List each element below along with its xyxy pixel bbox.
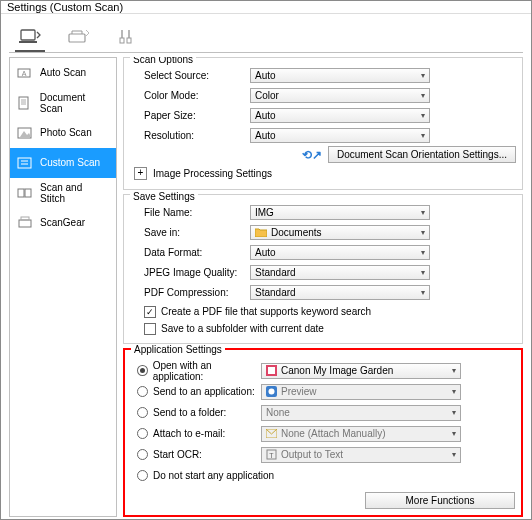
pdfcomp-label: PDF Compression:	[130, 287, 250, 298]
dataformat-label: Data Format:	[130, 247, 250, 258]
sidebar-item-scangear[interactable]: ScanGear	[10, 208, 116, 238]
radio-do-not-start[interactable]	[137, 470, 148, 481]
svg-rect-16	[18, 189, 24, 197]
jpeg-label: JPEG Image Quality:	[130, 267, 250, 278]
svg-rect-2	[69, 34, 85, 42]
send-app-combo[interactable]: Preview▾	[261, 384, 461, 400]
chevron-down-icon: ▾	[421, 71, 425, 80]
radio-send-app[interactable]	[137, 386, 148, 397]
tab-scan-from-panel[interactable]	[63, 24, 93, 52]
sidebar-item-label: Custom Scan	[40, 157, 100, 168]
sidebar-item-label: Scan and Stitch	[40, 182, 110, 204]
attach-email-combo[interactable]: None (Attach Manually)▾	[261, 426, 461, 442]
plus-icon: +	[134, 167, 147, 180]
ocr-icon: T	[266, 449, 277, 460]
color-mode-combo[interactable]: Color▾	[250, 88, 430, 103]
checkbox-label: Save to a subfolder with current date	[161, 323, 324, 334]
svg-rect-19	[21, 217, 29, 220]
radio-label: Send to an application:	[153, 386, 255, 397]
svg-rect-21	[268, 367, 275, 374]
sidebar-item-label: Auto Scan	[40, 67, 86, 78]
group-title: Scan Options	[130, 57, 196, 65]
sidebar-item-scan-stitch[interactable]: Scan and Stitch	[10, 178, 116, 208]
checkbox-subfolder-date[interactable]	[144, 323, 156, 335]
sidebar-item-document-scan[interactable]: Document Scan	[10, 88, 116, 118]
pdfcomp-combo[interactable]: Standard▾	[250, 285, 430, 300]
jpeg-combo[interactable]: Standard▾	[250, 265, 430, 280]
radio-start-ocr[interactable]	[137, 449, 148, 460]
custom-scan-icon	[16, 155, 34, 171]
mail-icon	[266, 429, 277, 438]
svg-rect-4	[127, 38, 131, 43]
svg-rect-7	[19, 97, 28, 109]
checkbox-label: Create a PDF file that supports keyword …	[161, 306, 371, 317]
radio-send-folder[interactable]	[137, 407, 148, 418]
more-functions-button[interactable]: More Functions	[365, 492, 515, 509]
tab-general-settings[interactable]	[111, 24, 141, 52]
sidebar-item-auto-scan[interactable]: A Auto Scan	[10, 58, 116, 88]
stitch-icon	[16, 185, 34, 201]
svg-rect-13	[18, 158, 31, 168]
sidebar-item-photo-scan[interactable]: Photo Scan	[10, 118, 116, 148]
svg-rect-0	[21, 30, 35, 40]
chevron-down-icon: ▾	[452, 408, 456, 417]
folder-icon	[255, 226, 267, 238]
savein-label: Save in:	[130, 227, 250, 238]
app-icon	[266, 365, 277, 376]
start-ocr-combo[interactable]: TOutput to Text▾	[261, 447, 461, 463]
open-app-combo[interactable]: Canon My Image Garden▾	[261, 363, 461, 379]
refresh-icon[interactable]: ⟲↗	[302, 148, 322, 162]
dataformat-combo[interactable]: Auto▾	[250, 245, 430, 260]
svg-point-23	[269, 389, 275, 395]
group-title: Application Settings	[131, 344, 225, 355]
radio-label: Attach to e-mail:	[153, 428, 225, 439]
chevron-down-icon: ▾	[421, 268, 425, 277]
chevron-down-icon: ▾	[421, 111, 425, 120]
sidebar-item-custom-scan[interactable]: Custom Scan	[10, 148, 116, 178]
window-title: Settings (Custom Scan)	[7, 1, 123, 13]
chevron-down-icon: ▾	[421, 208, 425, 217]
svg-rect-1	[19, 41, 37, 43]
preview-icon	[266, 386, 277, 397]
chevron-down-icon: ▾	[452, 450, 456, 459]
photo-scan-icon	[16, 125, 34, 141]
checkbox-keyword-pdf[interactable]: ✓	[144, 306, 156, 318]
radio-open-app[interactable]	[137, 365, 148, 376]
chevron-down-icon: ▾	[452, 366, 456, 375]
svg-rect-3	[120, 38, 124, 43]
svg-text:A: A	[22, 70, 27, 77]
select-source-label: Select Source:	[130, 70, 250, 81]
orientation-settings-button[interactable]: Document Scan Orientation Settings...	[328, 146, 516, 163]
filename-label: File Name:	[130, 207, 250, 218]
savein-combo[interactable]: Documents▾	[250, 225, 430, 240]
radio-label: Open with an application:	[153, 360, 261, 382]
svg-rect-17	[25, 189, 31, 197]
color-mode-label: Color Mode:	[130, 90, 250, 101]
image-processing-expander[interactable]: + Image Processing Settings	[130, 163, 516, 183]
sidebar-item-label: Photo Scan	[40, 127, 92, 138]
paper-size-combo[interactable]: Auto▾	[250, 108, 430, 123]
resolution-combo[interactable]: Auto▾	[250, 128, 430, 143]
group-application-settings: Application Settings Open with an applic…	[123, 348, 523, 517]
radio-label: Do not start any application	[153, 470, 274, 481]
document-scan-icon	[16, 95, 34, 111]
chevron-down-icon: ▾	[421, 91, 425, 100]
sidebar-item-label: Document Scan	[40, 92, 110, 114]
group-scan-options: Scan Options Select Source: Auto▾ Color …	[123, 57, 523, 190]
chevron-down-icon: ▾	[421, 131, 425, 140]
tab-scan-from-computer[interactable]	[15, 24, 45, 52]
radio-attach-email[interactable]	[137, 428, 148, 439]
resolution-label: Resolution:	[130, 130, 250, 141]
title-bar: Settings (Custom Scan)	[1, 1, 531, 14]
auto-scan-icon: A	[16, 65, 34, 81]
sidebar: A Auto Scan Document Scan Photo Scan Cus…	[9, 57, 117, 517]
group-save-settings: Save Settings File Name: IMG▾ Save in: D…	[123, 194, 523, 344]
select-source-combo[interactable]: Auto▾	[250, 68, 430, 83]
chevron-down-icon: ▾	[421, 248, 425, 257]
filename-combo[interactable]: IMG▾	[250, 205, 430, 220]
svg-rect-18	[19, 220, 31, 227]
send-folder-combo[interactable]: None▾	[261, 405, 461, 421]
svg-marker-12	[20, 131, 31, 137]
svg-text:T: T	[269, 452, 274, 459]
paper-size-label: Paper Size:	[130, 110, 250, 121]
